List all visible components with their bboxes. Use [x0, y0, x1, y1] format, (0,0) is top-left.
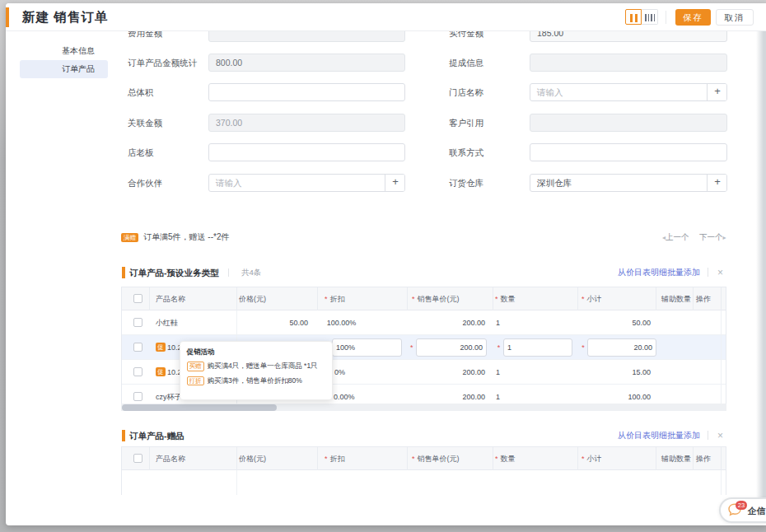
store-name-placeholder: 请输入 — [537, 87, 563, 97]
header-column-divider — [656, 287, 656, 310]
header-column-divider — [236, 287, 237, 310]
chat-widget[interactable]: 23 企信 — [719, 497, 766, 523]
promo-badge: 促 — [156, 367, 166, 376]
field-label-order-warehouse: 订货仓库 — [449, 174, 483, 192]
horizontal-scrollbar[interactable] — [121, 404, 726, 411]
tooltip-line-text: 购买满3件，销售单价折扣80% — [208, 376, 302, 385]
commission-info-input[interactable] — [530, 54, 727, 72]
row-checkbox[interactable] — [133, 367, 142, 376]
tooltip-title: 促销活动 — [187, 348, 333, 357]
row-checkbox[interactable] — [133, 392, 142, 401]
column-header-subtotal: *小计 — [582, 447, 602, 470]
required-marker: * — [582, 295, 585, 303]
field-label-customer-reference: 客户引用 — [449, 114, 483, 132]
unit-price-input[interactable]: 200.00 — [416, 338, 487, 357]
subtotal-input[interactable]: 20.00 — [587, 338, 656, 357]
shop-owner-input[interactable] — [208, 143, 405, 161]
header-column-divider — [407, 287, 408, 310]
next-triangle-icon: ▸ — [723, 234, 726, 241]
customer-reference-input[interactable] — [530, 114, 727, 132]
four-column-layout-button[interactable] — [642, 9, 658, 25]
two-column-layout-button[interactable] — [625, 9, 642, 25]
section-products-close-icon[interactable]: × — [717, 267, 723, 278]
required-marker: * — [325, 455, 328, 463]
qty-input[interactable]: 1 — [503, 338, 572, 357]
field-label-contact-info: 联系方式 — [449, 143, 483, 161]
batch-add-from-pricelist-link[interactable]: 从价目表明细批量添加 — [618, 267, 700, 278]
select-all-checkbox[interactable] — [133, 294, 142, 303]
column-header-discount: *折扣 — [325, 287, 345, 310]
gifts-batch-add-from-pricelist-link[interactable]: 从价目表明细批量添加 — [618, 430, 700, 441]
store-name-input[interactable]: 请输入+ — [530, 83, 727, 101]
column-header-label: 折扣 — [330, 455, 345, 463]
save-button[interactable]: 保存 — [675, 9, 711, 26]
section-products-divider — [228, 268, 229, 277]
field-label-commission-info: 提成信息 — [449, 54, 483, 72]
unread-count-badge: 23 — [736, 501, 747, 510]
column-header-label: 数量 — [501, 455, 516, 463]
contact-info-input[interactable] — [530, 143, 727, 161]
cancel-button[interactable]: 取消 — [716, 9, 754, 26]
horizontal-scrollbar-thumb[interactable] — [122, 404, 277, 411]
partner-add-button[interactable]: + — [385, 174, 405, 192]
column-header-label: 销售单价(元) — [418, 455, 460, 463]
section-gifts-link-divider — [708, 431, 708, 440]
header-column-divider — [493, 447, 493, 470]
select-all-checkbox[interactable] — [133, 454, 142, 463]
order-warehouse-value: 深圳仓库 — [537, 178, 572, 188]
product-price: 50.00 — [289, 310, 308, 335]
header-column-divider — [721, 287, 722, 310]
section-gifts-close-icon[interactable]: × — [717, 430, 723, 441]
column-header-price: 价格(元) — [239, 447, 266, 470]
body-column-divider — [721, 360, 722, 384]
promo-badge: 促 — [156, 343, 166, 352]
header-column-divider — [577, 287, 578, 310]
field-label-shop-owner: 店老板 — [128, 143, 154, 161]
product-row-1[interactable]: 小红鞋 50.00 100.00% 200.00 1 50.00 — [122, 310, 726, 335]
section-products-link-divider — [708, 268, 708, 277]
column-header-price: 价格(元) — [239, 287, 266, 310]
sidebar-item-order-products[interactable]: 订单产品 — [20, 60, 108, 78]
body-column-divider — [721, 470, 722, 495]
row-checkbox[interactable] — [133, 318, 142, 327]
discount-input[interactable]: 100% — [332, 338, 402, 357]
required-marker: * — [325, 295, 328, 303]
section-gifts-title: 订单产品-赠品 — [129, 430, 184, 441]
toggle-bar-icon — [654, 14, 656, 21]
partner-placeholder: 请输入 — [216, 178, 242, 188]
total-volume-input[interactable] — [208, 83, 405, 101]
column-header-unit-price: *销售单价(元) — [412, 287, 460, 310]
promotion-type-badge: 满赠 — [121, 233, 138, 242]
toggle-bar-icon — [645, 14, 647, 21]
header-column-divider — [577, 447, 578, 470]
column-header-label: 数量 — [501, 295, 516, 303]
header-column-divider — [236, 447, 237, 470]
required-marker: * — [582, 335, 585, 360]
header-column-divider — [656, 447, 656, 470]
column-header-name: 产品名称 — [156, 447, 185, 470]
field-label-total-volume: 总体积 — [128, 83, 154, 101]
column-header-label: 小计 — [587, 455, 602, 463]
next-promotion-button[interactable]: 下一个▸ — [699, 232, 726, 243]
row-checkbox[interactable] — [133, 343, 142, 352]
next-label: 下一个 — [699, 232, 723, 241]
header-column-divider — [407, 447, 408, 470]
column-header-name: 产品名称 — [156, 287, 185, 310]
header-column-divider — [693, 287, 694, 310]
field-label-store-name: 门店名称 — [449, 83, 483, 101]
partner-input[interactable]: 请输入+ — [208, 174, 405, 192]
previous-promotion-button[interactable]: ◂上一个 — [662, 232, 689, 243]
order-warehouse-add-button[interactable]: + — [707, 174, 727, 192]
related-amount-input[interactable]: 370.00 — [208, 114, 405, 132]
store-name-add-button[interactable]: + — [707, 83, 727, 101]
gift-products-table-header: 产品名称 价格(元) *折扣 *销售单价(元) *数量 *小计 辅助数量 操作 — [122, 447, 726, 470]
tooltip-line-discount: 打折 购买满3件，销售单价折扣80% — [187, 376, 333, 386]
sidebar-item-basic-info[interactable]: 基本信息 — [20, 42, 108, 60]
section-products-count: 共4条 — [241, 267, 261, 278]
order-products-table-header: 产品名称 价格(元) *折扣 *销售单价(元) *数量 *小计 辅助数量 操作 — [122, 287, 726, 310]
column-header-label: 销售单价(元) — [418, 295, 460, 303]
promotion-text: 订单满5件，赠送 --*2件 — [143, 232, 229, 242]
order-warehouse-input[interactable]: 深圳仓库+ — [530, 174, 727, 192]
vertical-scrollbar[interactable] — [756, 31, 766, 523]
product-amount-total-input[interactable]: 800.00 — [208, 54, 405, 72]
